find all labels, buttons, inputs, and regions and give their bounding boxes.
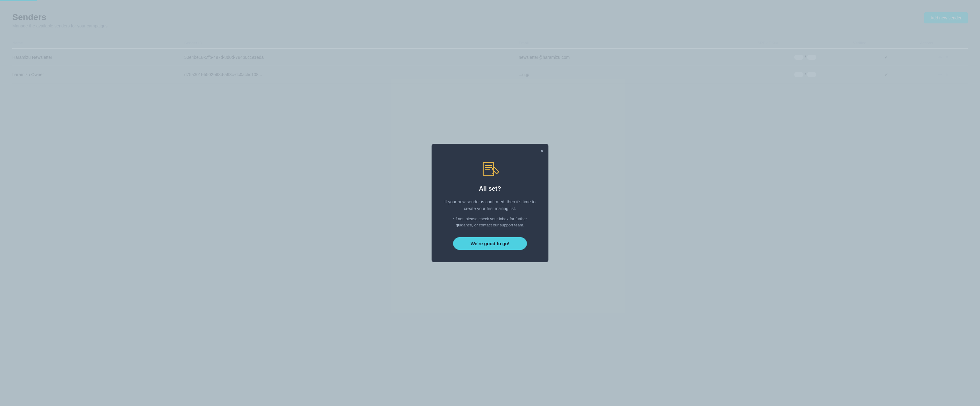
- modal-close-button[interactable]: ×: [540, 148, 544, 154]
- modal-icon-container: [444, 159, 536, 178]
- modal-title: All set?: [444, 185, 536, 192]
- newsletter-icon: [481, 159, 499, 178]
- modal-note: *If not, please check your inbox for fur…: [444, 216, 536, 229]
- modal-overlay: × All set? If your new sender is confirm…: [0, 0, 980, 406]
- svg-rect-4: [492, 167, 499, 174]
- modal-body: If your new sender is confirmed, then it…: [444, 198, 536, 212]
- modal-dialog: × All set? If your new sender is confirm…: [431, 144, 549, 262]
- modal-cta-button[interactable]: We're good to go!: [453, 237, 527, 250]
